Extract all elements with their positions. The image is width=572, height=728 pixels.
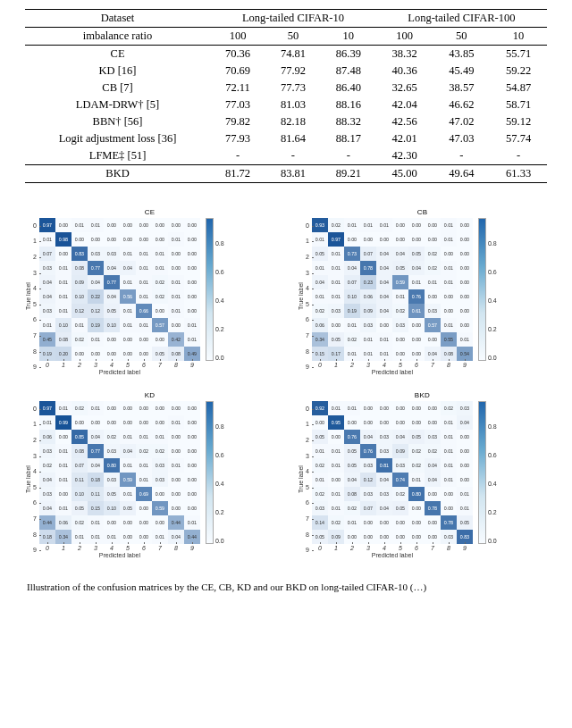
matrix-cell: 0.01 bbox=[136, 289, 152, 304]
matrix-cell: 0.00 bbox=[120, 232, 136, 247]
heatmap-kd: KDTrue label01234567890.970.010.020.010.… bbox=[25, 391, 274, 558]
matrix-cell: 0.01 bbox=[344, 515, 360, 530]
ytick: 9 bbox=[306, 542, 311, 558]
matrix-cell: 0.02 bbox=[72, 515, 88, 530]
matrix-cell: 0.08 bbox=[55, 332, 72, 347]
matrix-cell: 0.01 bbox=[328, 444, 344, 458]
ytick: 7 bbox=[306, 328, 311, 344]
matrix-cell: 0.01 bbox=[328, 501, 344, 515]
matrix-cell: 0.01 bbox=[120, 304, 136, 318]
cell: 47.02 bbox=[433, 113, 491, 130]
matrix-cell: 0.81 bbox=[376, 458, 392, 473]
matrix-cell: 0.01 bbox=[55, 304, 72, 318]
xtick: 9 bbox=[184, 545, 200, 551]
matrix-cell: 0.85 bbox=[72, 430, 88, 444]
matrix-cell: 0.07 bbox=[39, 247, 55, 261]
matrix-cell: 0.12 bbox=[72, 304, 88, 318]
matrix-cell: 0.01 bbox=[441, 458, 457, 473]
matrix-cell: 0.01 bbox=[376, 218, 392, 232]
matrix-cell: 0.02 bbox=[344, 501, 360, 515]
matrix-cell: 0.04 bbox=[120, 261, 136, 275]
xlabel: Predicted label bbox=[312, 369, 473, 375]
matrix-cell: 0.07 bbox=[360, 501, 376, 515]
matrix-cell: 0.59 bbox=[392, 275, 408, 289]
matrix-cell: 0.10 bbox=[104, 318, 120, 332]
cell: 79.82 bbox=[210, 113, 265, 130]
matrix-cell: 0.83 bbox=[72, 247, 88, 261]
matrix-cell: 0.06 bbox=[55, 515, 72, 530]
matrix-cell: 0.01 bbox=[168, 458, 184, 473]
ytick: 3 bbox=[33, 448, 38, 464]
matrix-cell: 0.00 bbox=[457, 444, 473, 458]
matrix-cell: 0.00 bbox=[152, 401, 168, 415]
matrix-cell: 0.00 bbox=[120, 332, 136, 347]
ytick: 1 bbox=[306, 234, 311, 250]
matrix-cell: 0.00 bbox=[457, 247, 473, 261]
matrix-cell: 0.01 bbox=[184, 332, 200, 347]
matrix-cell: 0.01 bbox=[360, 332, 376, 347]
matrix-cell: 0.97 bbox=[39, 218, 55, 232]
xtick: 4 bbox=[376, 545, 392, 551]
matrix-cell: 0.03 bbox=[328, 304, 344, 318]
matrix-cell: 0.03 bbox=[360, 487, 376, 501]
matrix-cell: 0.05 bbox=[408, 430, 425, 444]
cell: 81.03 bbox=[265, 96, 321, 113]
cell: 32.65 bbox=[376, 79, 433, 96]
matrix-cell: 0.07 bbox=[344, 275, 360, 289]
th-imbalance: imbalance ratio bbox=[25, 28, 210, 46]
matrix-cell: 0.00 bbox=[408, 415, 425, 430]
matrix-cell: 0.00 bbox=[376, 515, 392, 530]
ytick: 9 bbox=[33, 359, 38, 375]
matrix-cell: 0.00 bbox=[152, 232, 168, 247]
matrix-cell: 0.01 bbox=[55, 401, 72, 415]
colorbar-tick: 0.2 bbox=[488, 509, 497, 515]
xtick: 7 bbox=[425, 362, 441, 368]
matrix-cell: 0.01 bbox=[441, 473, 457, 487]
matrix-cell: 0.00 bbox=[104, 415, 120, 430]
xtick: 9 bbox=[457, 362, 473, 368]
cell: 42.56 bbox=[376, 113, 433, 130]
matrix-cell: 0.01 bbox=[88, 515, 104, 530]
matrix-cell: 0.04 bbox=[120, 444, 136, 458]
matrix-cell: 0.97 bbox=[39, 401, 55, 415]
ytick: 1 bbox=[33, 234, 38, 250]
ytick: 3 bbox=[33, 265, 38, 281]
ytick: 6 bbox=[306, 313, 311, 329]
cell: 42.01 bbox=[376, 130, 433, 147]
xtick: 3 bbox=[88, 545, 104, 551]
matrix-cell: 0.04 bbox=[344, 473, 360, 487]
cell: - bbox=[321, 147, 376, 165]
matrix-cell: 0.00 bbox=[168, 401, 184, 415]
matrix-cell: 0.00 bbox=[425, 515, 441, 530]
matrix-cell: 0.57 bbox=[152, 318, 168, 332]
matrix-cell: 0.00 bbox=[152, 332, 168, 347]
matrix-cell: 0.01 bbox=[441, 415, 457, 430]
ytick: 5 bbox=[306, 480, 311, 496]
ylabel: True label bbox=[298, 401, 304, 558]
xtick: 5 bbox=[392, 545, 408, 551]
cell: 86.39 bbox=[321, 46, 376, 63]
heatmap-grid: CETrue label01234567890.970.000.010.010.… bbox=[25, 208, 547, 558]
matrix-cell: 0.00 bbox=[168, 218, 184, 232]
matrix-cell: 0.00 bbox=[184, 473, 200, 487]
xtick: 4 bbox=[104, 362, 120, 368]
matrix-cell: 0.12 bbox=[360, 473, 376, 487]
matrix-cell: 0.00 bbox=[120, 218, 136, 232]
colorbar-tick: 0.8 bbox=[215, 240, 224, 247]
matrix-cell: 0.00 bbox=[104, 515, 120, 530]
xtick: 7 bbox=[152, 362, 168, 368]
xtick: 9 bbox=[184, 362, 200, 368]
matrix-cell: 0.00 bbox=[457, 275, 473, 289]
matrix-cell: 0.00 bbox=[55, 218, 72, 232]
bkd-cell: 49.64 bbox=[433, 165, 491, 183]
matrix-cell: 0.00 bbox=[184, 289, 200, 304]
colorbar bbox=[206, 218, 214, 361]
ytick: 5 bbox=[306, 297, 311, 313]
matrix-cell: 0.03 bbox=[425, 304, 441, 318]
matrix-cell: 0.03 bbox=[39, 487, 55, 501]
matrix-cell: 0.05 bbox=[72, 501, 88, 515]
matrix-cell: 0.09 bbox=[392, 444, 408, 458]
matrix-cell: 0.01 bbox=[328, 275, 344, 289]
xtick: 4 bbox=[376, 362, 392, 368]
matrix-cell: 0.93 bbox=[312, 218, 328, 232]
